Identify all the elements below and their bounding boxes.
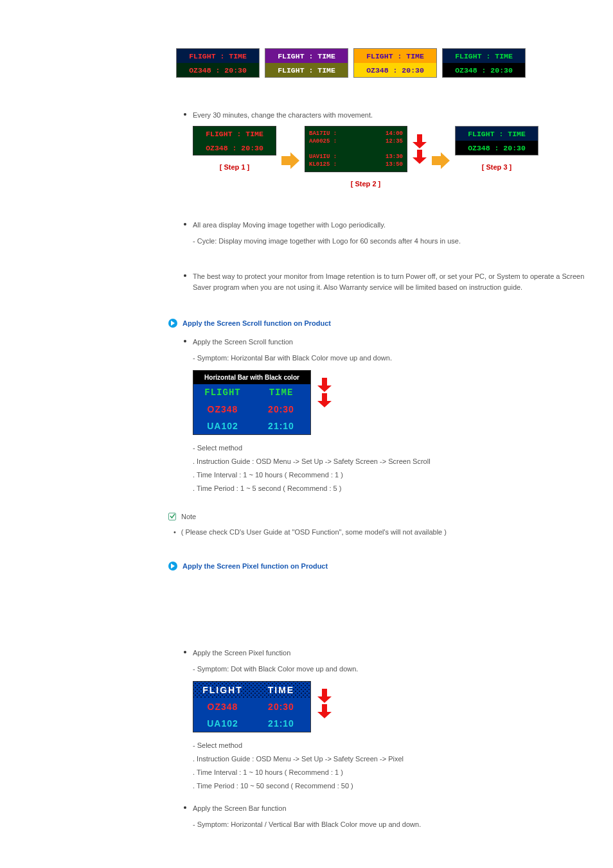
- table-cell: 21:10: [252, 715, 310, 732]
- card-body: OZ348 : 20:30: [354, 63, 436, 77]
- note-heading: Note: [168, 513, 597, 520]
- illustration-caption: Horizontal Bar with Black color: [193, 371, 310, 384]
- arrow-bullet-icon: [168, 319, 177, 328]
- bullet-apply-bar: Apply the Screen Bar function: [184, 803, 597, 814]
- svg-marker-6: [317, 393, 332, 407]
- pixel-method-1: . Instruction Guide : OSD Menu -> Set Up…: [193, 754, 597, 765]
- table-head-flight: FLIGHT: [193, 682, 252, 698]
- checkbox-icon: [168, 513, 176, 520]
- arrow-down-icon: [317, 393, 332, 407]
- bullet-moving-image-cycle: - Cycle: Display moving image together w…: [193, 236, 597, 247]
- step2-card-scrambled: BA17IU :14:00 AA0025 :12:35 UAV1IU :13:3…: [305, 126, 407, 172]
- screen-pixel-illustration: FLIGHT TIME OZ348 20:30 UA102 21:10: [193, 681, 311, 732]
- table-head-time: TIME: [252, 384, 310, 401]
- pixel-method-2: . Time Interval : 1 ~ 10 hours ( Recomme…: [193, 767, 597, 778]
- theme-card-2: FLIGHT : TIME FLIGHT : TIME: [265, 48, 348, 78]
- step-label: [ Step 2 ]: [351, 180, 380, 188]
- arrow-down-icon: [317, 378, 332, 392]
- scroll-select-method: - Select method: [193, 443, 597, 454]
- svg-marker-1: [413, 134, 427, 148]
- bullet-apply-pixel: Apply the Screen Pixel function: [184, 648, 597, 659]
- svg-marker-8: [317, 689, 332, 703]
- card-body: OZ348 : 20:30: [443, 63, 525, 77]
- svg-marker-7: [171, 563, 175, 569]
- bullet-icon: [184, 113, 186, 116]
- table-cell: OZ348: [193, 401, 252, 418]
- arrow-down-icon: [317, 704, 332, 718]
- bullet-icon: [184, 274, 186, 277]
- character-move-steps: FLIGHT : TIME OZ348 : 20:30 [ Step 1 ] B…: [193, 126, 597, 188]
- table-cell: 20:30: [252, 698, 310, 715]
- card-header: FLIGHT : TIME: [265, 49, 348, 63]
- bullet-30min: Every 30 minutes, change the characters …: [184, 110, 597, 121]
- svg-marker-2: [413, 150, 427, 164]
- arrow-right-icon: [281, 152, 299, 169]
- step-label: [ Step 3 ]: [482, 163, 511, 171]
- section-screen-scroll: Apply the Screen Scroll function on Prod…: [168, 319, 597, 328]
- table-cell: 21:10: [252, 418, 310, 434]
- bullet-icon: [184, 223, 186, 226]
- card-body: OZ348 : 20:30: [177, 63, 259, 77]
- scroll-symptom: - Symptom: Horizontal Bar with Black Col…: [193, 353, 597, 364]
- arrow-down-icon: [317, 689, 332, 703]
- step1-card: FLIGHT : TIME OZ348 : 20:30: [193, 126, 276, 155]
- bullet-icon: [184, 806, 186, 809]
- pixel-select-method: - Select method: [193, 740, 597, 751]
- section-screen-pixel: Apply the Screen Pixel function on Produ…: [168, 562, 597, 571]
- pixel-method-3: . Time Period : 10 ~ 50 second ( Recomme…: [193, 781, 597, 792]
- theme-card-1: FLIGHT : TIME OZ348 : 20:30: [176, 48, 260, 78]
- svg-marker-9: [317, 704, 332, 718]
- card-header: FLIGHT : TIME: [443, 49, 525, 63]
- table-cell: UA102: [193, 418, 252, 434]
- note-text: •( Please check CD's User Guide at "OSD …: [173, 528, 597, 536]
- step3-card: FLIGHT : TIME OZ348 : 20:30: [455, 126, 538, 155]
- arrow-down-icon: [413, 150, 427, 164]
- color-theme-strip: FLIGHT : TIME OZ348 : 20:30 FLIGHT : TIM…: [176, 48, 597, 78]
- svg-marker-4: [171, 321, 175, 326]
- pixel-symptom: - Symptom: Dot with Black Color move up …: [193, 664, 597, 675]
- step-label: [ Step 1 ]: [220, 163, 249, 171]
- arrow-right-icon: [432, 152, 450, 169]
- screen-scroll-illustration: Horizontal Bar with Black color FLIGHT T…: [193, 370, 311, 435]
- theme-card-4: FLIGHT : TIME OZ348 : 20:30: [442, 48, 526, 78]
- table-cell: 20:30: [252, 401, 310, 418]
- svg-marker-3: [432, 152, 450, 169]
- bullet-icon: [184, 651, 186, 653]
- scroll-method-2: . Time Interval : 1 ~ 10 hours ( Recomme…: [193, 470, 597, 481]
- table-head-flight: FLIGHT: [193, 384, 252, 401]
- bullet-moving-image: All area display Moving image together w…: [184, 220, 597, 231]
- table-cell: OZ348: [193, 698, 252, 715]
- svg-marker-0: [281, 152, 299, 169]
- arrow-down-icon: [413, 134, 427, 148]
- scroll-method-3: . Time Period : 1 ~ 5 second ( Recommend…: [193, 483, 597, 494]
- table-cell: UA102: [193, 715, 252, 732]
- scroll-method-1: . Instruction Guide : OSD Menu -> Set Up…: [193, 456, 597, 467]
- bullet-icon: [184, 340, 186, 342]
- bullet-apply-scroll: Apply the Screen Scroll function: [184, 337, 597, 348]
- bar-symptom: - Symptom: Horizontal / Vertical Bar wit…: [193, 819, 597, 830]
- card-header: FLIGHT : TIME: [177, 49, 259, 63]
- card-body: FLIGHT : TIME: [265, 63, 348, 77]
- svg-marker-5: [317, 378, 332, 392]
- theme-card-3: FLIGHT : TIME OZ348 : 20:30: [353, 48, 437, 78]
- card-header: FLIGHT : TIME: [354, 49, 436, 63]
- bullet-best-way: The best way to protect your monitor fro…: [184, 271, 597, 293]
- arrow-bullet-icon: [168, 562, 177, 571]
- table-head-time: TIME: [252, 682, 310, 698]
